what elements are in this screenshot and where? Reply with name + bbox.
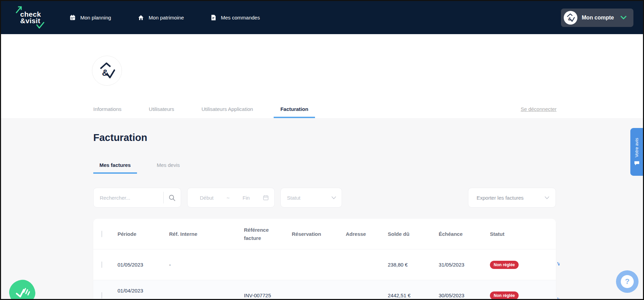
search-input-wrapper (93, 188, 181, 208)
status-select[interactable]: Statut (280, 188, 342, 208)
cell-periode: 01/04/2023 (118, 288, 169, 294)
calendar-icon (69, 14, 76, 21)
cell-echeance: 30/05/2023 (439, 292, 490, 298)
date-end-placeholder: Fin (243, 195, 250, 201)
feedback-bubble-icon (634, 161, 640, 166)
nav-item-mes-commandes[interactable]: Mes commandes (210, 14, 260, 21)
search-icon[interactable] (168, 194, 176, 201)
row-checkbox[interactable] (101, 292, 102, 299)
nav-item-mon-patrimoine[interactable]: Mon patrimoine (138, 14, 184, 21)
cell-periode: 01/05/2023 (118, 262, 169, 268)
export-label: Exporter les factures (477, 195, 524, 201)
chevron-down-icon (331, 196, 336, 199)
col-header-periode: Période (118, 231, 169, 237)
nav-item-label: Mon planning (80, 15, 111, 20)
page-title: Facturation (1, 118, 643, 143)
chevron-down-icon (545, 196, 549, 199)
status-placeholder: Statut (287, 195, 300, 201)
invoices-table: Période Réf. Interne Référence facture R… (93, 219, 556, 300)
divider (163, 192, 164, 203)
subtab-mes-factures[interactable]: Mes factures (93, 162, 137, 174)
app-logo[interactable]: check &visit (15, 5, 53, 30)
col-header-reference-facture: Référence facture (244, 226, 275, 242)
row-action-link-clipped[interactable]: V (557, 261, 560, 267)
question-mark-icon: ? (621, 275, 634, 288)
col-header-statut: Statut (490, 231, 556, 237)
nav-item-mon-planning[interactable]: Mon planning (69, 14, 111, 21)
calendar-icon (263, 195, 269, 201)
profile-header: & Se déconnecter Informations Utilisateu… (1, 56, 643, 118)
col-header-echeance: Échéance (439, 231, 490, 237)
logo-check-icon (36, 22, 45, 29)
account-avatar: & (564, 11, 577, 25)
subtab-mes-devis[interactable]: Mes devis (151, 162, 186, 174)
row-checkbox[interactable] (101, 261, 102, 268)
status-badge: Non réglée (490, 291, 519, 300)
ampersand-logo-icon: & (565, 13, 576, 23)
select-all-checkbox[interactable] (101, 231, 102, 237)
cell-solde-du: 2442,51 € (388, 292, 439, 298)
cell-solde-du: 238,80 € (388, 262, 439, 268)
cell-ref-interne: - (169, 262, 244, 268)
account-menu-button[interactable]: & Mon compte (561, 9, 633, 27)
svg-text:&: & (568, 16, 571, 21)
cell-echeance: 31/05/2023 (439, 262, 490, 268)
help-button[interactable]: ? (616, 270, 639, 293)
status-badge: Non réglée (490, 261, 519, 269)
feedback-tab-label: Votre avis (634, 138, 639, 157)
cell-reference-facture: INV-007725 (244, 292, 292, 298)
export-invoices-select[interactable]: Exporter les factures (468, 188, 556, 208)
date-range-picker[interactable]: Début ~ Fin (187, 188, 275, 208)
facturation-section: Facturation Mes factures Mes devis Début… (1, 118, 643, 300)
company-name-redacted (131, 110, 233, 124)
filters-row: Début ~ Fin Statut Exporter les factures (93, 188, 556, 208)
date-separator: ~ (227, 195, 230, 201)
col-header-ref-interne: Réf. Interne (169, 231, 244, 237)
top-navbar: check &visit Mon planning Mon patrimoine… (1, 1, 643, 34)
tab-facturation[interactable]: Facturation (274, 106, 315, 118)
account-label: Mon compte (582, 15, 614, 21)
chevron-down-icon (620, 16, 627, 19)
double-check-icon (12, 284, 32, 300)
tab-informations[interactable]: Informations (86, 106, 128, 118)
company-avatar: & (92, 56, 122, 86)
app-window: check &visit Mon planning Mon patrimoine… (0, 0, 644, 300)
search-input[interactable] (94, 195, 163, 201)
logout-link[interactable]: Se déconnecter (521, 106, 557, 112)
feedback-side-tab[interactable]: Votre avis (630, 128, 643, 176)
col-header-solde-du: Solde dû (388, 231, 439, 237)
ampersand-logo-icon: & (97, 61, 117, 81)
svg-text:&: & (102, 68, 109, 78)
main-nav: Mon planning Mon patrimoine Mes commande… (69, 14, 260, 21)
col-header-adresse: Adresse (346, 231, 388, 237)
home-icon (138, 14, 144, 21)
col-header-reservation: Réservation (292, 231, 346, 237)
table-header-row: Période Réf. Interne Référence facture R… (93, 219, 556, 249)
file-icon (210, 14, 216, 21)
table-row[interactable]: 01/05/2023 - 238,80 € 31/05/2023 Non rég… (93, 249, 556, 280)
date-start-placeholder: Début (200, 195, 214, 201)
facturation-subtabs: Mes factures Mes devis (93, 162, 643, 174)
table-row[interactable]: 01/04/2023 INV-007725 2442,51 € 30/05/20… (93, 280, 556, 300)
nav-item-label: Mes commandes (221, 15, 260, 20)
nav-item-label: Mon patrimoine (149, 15, 184, 20)
